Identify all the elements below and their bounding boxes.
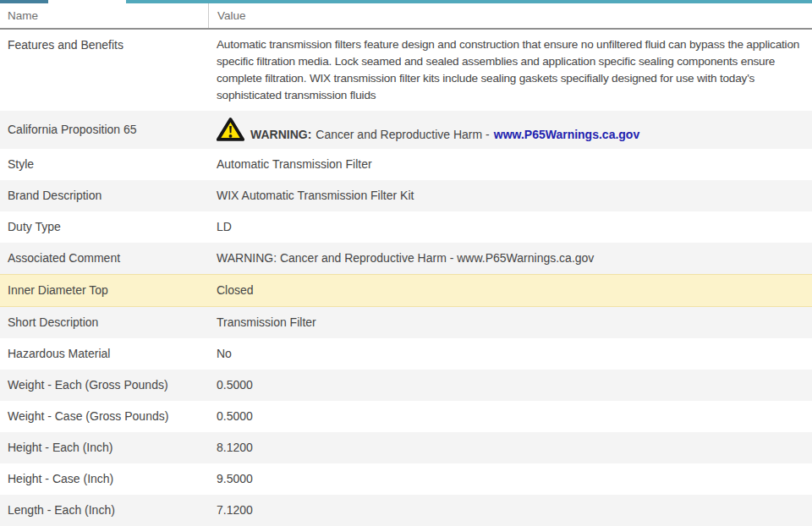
attribute-name-cell: Associated Comment (0, 243, 208, 274)
attribute-name-cell: Length - Each (Inch) (0, 495, 208, 526)
attribute-name-cell: Weight - Each (Gross Pounds) (0, 370, 208, 401)
column-header-value: Value (209, 3, 246, 28)
attribute-value-cell: 0.5000 (208, 401, 812, 432)
table-row[interactable]: Style Automatic Transmission Filter (0, 149, 812, 180)
attribute-name-cell: Weight - Case (Gross Pounds) (0, 401, 208, 432)
attribute-value-cell: WIX Automatic Transmission Filter Kit (208, 180, 812, 211)
column-header-name: Name (0, 3, 209, 28)
table-row[interactable]: Height - Each (Inch) 8.1200 (0, 432, 812, 463)
attribute-name-cell: Height - Case (Inch) (0, 463, 208, 495)
attribute-value-cell: LD (208, 211, 812, 243)
attribute-value-cell: Closed (208, 275, 812, 306)
table-row[interactable]: Short Description Transmission Filter (0, 307, 812, 338)
table-row[interactable]: Associated Comment WARNING: Cancer and R… (0, 243, 812, 274)
attribute-name-cell: Features and Benefits (0, 30, 208, 61)
warning-triangle-icon (217, 117, 244, 142)
table-row[interactable]: Height - Case (Inch) 9.5000 (0, 463, 812, 495)
attribute-name-cell: Short Description (0, 307, 208, 338)
table-row[interactable]: Weight - Each (Gross Pounds) 0.5000 (0, 370, 812, 401)
attribute-name-cell: Duty Type (0, 211, 208, 243)
table-row[interactable]: Weight - Case (Gross Pounds) 0.5000 (0, 401, 812, 432)
attribute-value-cell: No (208, 338, 812, 370)
warning-label: WARNING: (250, 128, 311, 142)
table-row[interactable]: Features and Benefits Automatic transmis… (0, 30, 812, 111)
attribute-value-cell: WARNING: Cancer and Reproductive Harm - … (208, 243, 812, 274)
table-row[interactable]: Duty Type LD (0, 211, 812, 243)
table-row[interactable]: California Proposition 65 WARNING: Cance… (0, 111, 812, 149)
attribute-name-cell: Brand Description (0, 180, 208, 211)
attribute-value-cell: Transmission Filter (208, 307, 812, 338)
table-row[interactable]: Inner Diameter Top Closed (0, 274, 812, 307)
attribute-name-cell: Height - Each (Inch) (0, 432, 208, 463)
table-row[interactable]: Length - Each (Inch) 7.1200 (0, 495, 812, 526)
table-row[interactable]: Brand Description WIX Automatic Transmis… (0, 180, 812, 211)
attribute-value-cell: 9.5000 (208, 463, 812, 495)
attribute-value-cell: WARNING: Cancer and Reproductive Harm - … (208, 111, 812, 149)
p65warnings-link[interactable]: www.P65Warnings.ca.gov (494, 128, 639, 142)
attribute-name-cell: Inner Diameter Top (0, 275, 208, 306)
table-header: Name Value (0, 3, 812, 30)
attribute-value-cell: 0.5000 (208, 370, 812, 401)
attribute-name-cell: California Proposition 65 (0, 114, 208, 145)
attribute-name-cell: Hazardous Material (0, 338, 208, 370)
attribute-value-cell: Automatic transmission filters feature d… (208, 30, 812, 111)
attribute-value-cell: 8.1200 (208, 432, 812, 463)
inactive-tab-edge[interactable] (0, 0, 48, 3)
attribute-name-cell: Style (0, 149, 208, 180)
warning-text: Cancer and Reproductive Harm - (315, 128, 489, 142)
table-row[interactable]: Hazardous Material No (0, 338, 812, 370)
attribute-table: Features and Benefits Automatic transmis… (0, 30, 812, 526)
attribute-value-cell: 7.1200 (208, 495, 812, 526)
product-attributes-panel: { "columns": { "name": "Name", "value": … (0, 0, 812, 526)
active-tab-edge[interactable] (48, 0, 126, 3)
attribute-value-cell: Automatic Transmission Filter (208, 149, 812, 180)
tab-strip (0, 0, 812, 3)
